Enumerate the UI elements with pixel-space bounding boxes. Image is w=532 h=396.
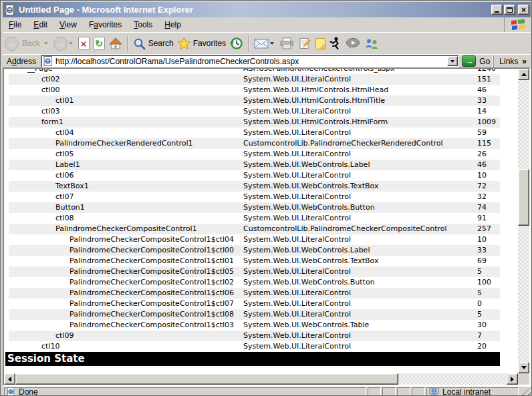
note-icon: [315, 38, 325, 49]
table-row: __PageASP.UsePalindromeCheckerControls_a…: [9, 69, 500, 74]
table-row: Button1System.Web.UI.WebControls.Button7…: [9, 202, 500, 213]
print-button[interactable]: [277, 34, 296, 53]
toolbar-separator: [127, 35, 128, 51]
render-size-cell: 10: [477, 170, 487, 181]
table-row: PalindromeCheckerCompositeControl1$ctl00…: [9, 245, 500, 256]
vertical-scrollbar[interactable]: [518, 69, 529, 373]
render-size-cell: 72: [477, 181, 487, 192]
control-type-cell: System.Web.UI.LiteralControl: [243, 128, 351, 138]
scroll-up-button[interactable]: [518, 69, 529, 80]
aim-button[interactable]: [327, 34, 344, 53]
control-id-cell: ctl08: [9, 213, 243, 224]
table-row: ctl10System.Web.UI.LiteralControl20: [9, 341, 500, 352]
scroll-left-button[interactable]: [4, 373, 15, 385]
control-type-cell: System.Web.UI.LiteralControl: [243, 266, 351, 277]
minimize-icon: [495, 11, 499, 13]
edit-button[interactable]: [296, 34, 313, 53]
address-dropdown-button[interactable]: [447, 56, 458, 66]
render-size-cell: 1009: [477, 117, 496, 128]
render-size-cell: 7: [477, 331, 482, 341]
scroll-right-button[interactable]: [507, 373, 518, 385]
star-icon: [178, 37, 190, 49]
messenger-icon: [364, 38, 379, 49]
arrow-left-icon: [8, 377, 11, 382]
minimize-button[interactable]: [491, 5, 503, 15]
status-panel: [397, 387, 410, 396]
maximize-button[interactable]: [504, 5, 515, 15]
mail-dropdown-icon[interactable]: [270, 42, 274, 45]
table-row: PalindromeCheckerCompositeControl1$ctl04…: [9, 234, 500, 245]
scroll-down-button[interactable]: [518, 362, 529, 373]
home-button[interactable]: [107, 34, 124, 53]
control-type-cell: System.Web.UI.WebControls.Button: [243, 202, 375, 213]
menu-tools[interactable]: Tools: [128, 18, 158, 31]
running-man-icon: [329, 37, 342, 50]
forward-dropdown-icon[interactable]: [69, 42, 73, 45]
resize-grip[interactable]: [520, 387, 531, 396]
render-size-cell: 26: [477, 149, 487, 160]
security-zone-panel: Local intranet: [426, 387, 519, 396]
vertical-scroll-thumb[interactable]: [518, 169, 529, 226]
control-type-cell: System.Web.UI.LiteralControl: [243, 170, 351, 181]
control-id-cell: PalindromeCheckerCompositeControl1$ctl04: [9, 234, 243, 245]
render-size-cell: 1240: [477, 69, 496, 74]
messenger-button[interactable]: [362, 34, 381, 53]
links-label: Links: [499, 57, 518, 66]
menu-favorites[interactable]: Favorites: [83, 18, 128, 31]
title-bar[interactable]: Untitled Page - Microsoft Internet Explo…: [3, 2, 531, 17]
table-row: ctl05System.Web.UI.LiteralControl26: [9, 149, 500, 160]
horizontal-scroll-thumb[interactable]: [15, 373, 398, 385]
forward-button[interactable]: →: [51, 34, 76, 53]
control-type-cell: System.Web.UI.LiteralControl: [243, 341, 351, 352]
table-row: form1System.Web.UI.HtmlControls.HtmlForm…: [9, 117, 500, 128]
refresh-icon: ↻: [94, 37, 105, 50]
ie-page-icon: [43, 56, 53, 66]
control-id-cell: __Page: [9, 69, 243, 74]
table-row: PalindromeCheckerRenderedControl1Customc…: [9, 138, 500, 149]
back-button[interactable]: ← Back: [3, 34, 51, 53]
table-row: ctl08System.Web.UI.LiteralControl91: [9, 213, 500, 224]
control-id-cell: ctl05: [9, 149, 243, 160]
menu-file[interactable]: File: [3, 18, 27, 31]
links-menu[interactable]: Links »: [493, 55, 531, 67]
menu-help[interactable]: Help: [158, 18, 187, 31]
status-panel: Done: [4, 387, 366, 396]
go-button[interactable]: → Go: [462, 55, 490, 67]
table-row: PalindromeCheckerCompositeControl1$ctl02…: [9, 277, 500, 288]
control-type-cell: System.Web.UI.LiteralControl: [243, 106, 351, 117]
control-type-cell: System.Web.UI.LiteralControl: [243, 299, 351, 309]
mail-button[interactable]: [252, 34, 277, 53]
search-button[interactable]: Search: [131, 34, 176, 53]
links-chevron-icon: »: [522, 57, 527, 66]
address-url: http://localhost/ControlORama/UsePalindr…: [55, 57, 299, 66]
close-button[interactable]: ×: [518, 5, 529, 15]
discuss-button[interactable]: [344, 34, 362, 53]
control-tree-table: __PageASP.UsePalindromeCheckerControls_a…: [9, 69, 500, 366]
notes-button[interactable]: [313, 34, 327, 53]
control-id-cell: ctl01: [9, 95, 243, 106]
horizontal-scrollbar[interactable]: [4, 373, 518, 385]
table-row: ctl06System.Web.UI.LiteralControl10: [9, 170, 500, 181]
control-id-cell: PalindromeCheckerCompositeControl1$ctl05: [9, 266, 243, 277]
go-arrow-icon: →: [462, 55, 476, 67]
menu-view[interactable]: View: [53, 18, 83, 31]
back-dropdown-icon[interactable]: [44, 42, 48, 45]
control-id-cell: ctl02: [9, 74, 243, 85]
history-button[interactable]: [228, 34, 245, 53]
stop-button[interactable]: ×: [76, 34, 92, 53]
local-intranet-icon: [429, 387, 439, 396]
forward-icon: →: [53, 37, 68, 51]
control-type-cell: System.Web.UI.LiteralControl: [243, 192, 351, 202]
control-type-cell: System.Web.UI.LiteralControl: [243, 234, 351, 245]
refresh-button[interactable]: ↻: [92, 34, 107, 53]
search-label: Search: [148, 39, 174, 48]
table-row: PalindromeCheckerCompositeControl1$ctl08…: [9, 309, 500, 320]
favorites-button[interactable]: Favorites: [176, 34, 228, 53]
control-type-cell: System.Web.UI.LiteralControl: [243, 288, 351, 299]
render-size-cell: 74: [477, 202, 487, 213]
table-row: PalindromeCheckerCompositeControl1$ctl07…: [9, 299, 500, 309]
menu-edit[interactable]: Edit: [27, 18, 53, 31]
render-size-cell: 33: [477, 95, 487, 106]
address-input[interactable]: http://localhost/ControlORama/UsePalindr…: [41, 55, 458, 67]
history-icon: [230, 37, 243, 50]
